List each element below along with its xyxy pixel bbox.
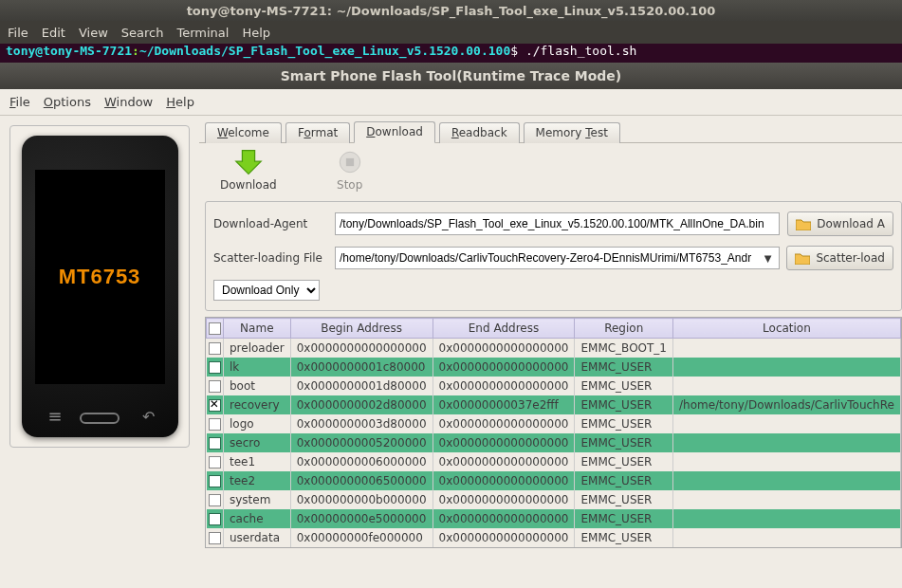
terminal-command: ./flash_tool.sh	[525, 44, 636, 58]
cell-name: recovery	[224, 395, 291, 414]
cell-region: EMMC_USER	[575, 358, 673, 377]
terminal-menu-search[interactable]: Search	[121, 26, 164, 40]
table-row[interactable]: system0x000000000b0000000x00000000000000…	[207, 490, 901, 509]
phone-preview-panel: BM MT6753 ≡ ↶	[0, 116, 199, 588]
menu-options[interactable]: Options	[44, 95, 91, 109]
row-checkbox[interactable]	[209, 399, 221, 412]
scatter-browse-button[interactable]: Scatter-load	[786, 246, 893, 270]
cell-begin: 0x0000000005200000	[290, 433, 433, 452]
cell-name: lk	[224, 358, 291, 377]
table-row[interactable]: tee10x00000000060000000x0000000000000000…	[207, 452, 901, 471]
menu-key-icon: ≡	[48, 406, 63, 426]
cell-region: EMMC_BOOT_1	[575, 339, 673, 358]
tab-memory-test[interactable]: Memory Test	[524, 122, 620, 143]
cell-location	[673, 414, 901, 433]
terminal-menu-edit[interactable]: Edit	[42, 26, 65, 40]
row-checkbox[interactable]	[209, 456, 221, 469]
terminal-menu-terminal[interactable]: Terminal	[176, 26, 229, 40]
tab-readback[interactable]: Readback	[439, 122, 520, 143]
download-button-label: Download	[220, 178, 277, 192]
stop-icon	[334, 149, 366, 175]
cell-name: logo	[224, 414, 291, 433]
col-region[interactable]: Region	[575, 319, 673, 339]
cell-end: 0x0000000000000000	[433, 339, 575, 358]
table-row[interactable]: preloader0x00000000000000000x00000000000…	[207, 339, 901, 358]
menu-help[interactable]: Help	[166, 95, 194, 109]
terminal-path: ~/Downloads/SP_Flash_Tool_exe_Linux_v5.1…	[139, 44, 510, 58]
terminal-body[interactable]: tony@tony-MS-7721:~/Downloads/SP_Flash_T…	[0, 44, 902, 63]
terminal-menu-file[interactable]: File	[8, 26, 28, 40]
terminal-dollar: $	[510, 44, 525, 58]
download-agent-browse-button[interactable]: Download A	[787, 211, 893, 236]
cell-location	[673, 452, 901, 471]
table-row[interactable]: userdata0x00000000fe0000000x000000000000…	[207, 528, 901, 547]
table-row[interactable]: boot0x0000000001d800000x0000000000000000…	[207, 377, 901, 395]
row-checkbox[interactable]	[209, 532, 221, 544]
download-agent-input[interactable]	[335, 212, 780, 235]
row-checkbox[interactable]	[209, 513, 221, 525]
terminal-colon: :	[132, 44, 139, 58]
table-row[interactable]: secro0x00000000052000000x000000000000000…	[207, 433, 901, 452]
back-key-icon: ↶	[142, 408, 155, 426]
table-row[interactable]: logo0x0000000003d800000x0000000000000000…	[207, 414, 901, 433]
col-check[interactable]	[207, 319, 224, 339]
col-end[interactable]: End Address	[433, 319, 575, 339]
terminal-menu-view[interactable]: View	[79, 26, 108, 40]
cell-name: tee2	[224, 471, 291, 490]
scatter-dropdown-arrow-icon[interactable]: ▼	[764, 253, 772, 264]
svg-rect-1	[346, 158, 354, 166]
cell-region: EMMC_USER	[575, 490, 673, 509]
table-row[interactable]: lk0x0000000001c800000x0000000000000000EM…	[207, 358, 901, 377]
cell-begin: 0x0000000003d80000	[290, 414, 433, 433]
download-button[interactable]: Download	[220, 149, 277, 192]
download-agent-label: Download-Agent	[213, 217, 327, 230]
col-begin[interactable]: Begin Address	[290, 319, 433, 339]
cell-begin: 0x0000000001d80000	[290, 377, 433, 395]
cell-location	[673, 528, 901, 547]
row-checkbox[interactable]	[209, 494, 221, 506]
cell-region: EMMC_USER	[575, 452, 673, 471]
tab-format[interactable]: Format	[285, 122, 350, 143]
table-row[interactable]: recovery0x0000000002d800000x00000000037e…	[207, 395, 901, 414]
download-mode-select[interactable]: Download Only	[213, 280, 320, 301]
row-checkbox[interactable]	[209, 361, 221, 374]
col-name[interactable]: Name	[224, 319, 291, 339]
cell-region: EMMC_USER	[575, 395, 673, 414]
folder-icon	[796, 218, 811, 230]
stop-button-label: Stop	[337, 178, 362, 192]
cell-end: 0x0000000000000000	[433, 358, 575, 377]
menu-file[interactable]: File	[9, 95, 30, 109]
menu-window[interactable]: Window	[104, 95, 153, 109]
download-arrow-icon	[232, 149, 265, 175]
cell-name: boot	[224, 377, 291, 395]
cell-region: EMMC_USER	[575, 528, 673, 547]
cell-end: 0x00000000037e2fff	[433, 395, 575, 414]
row-checkbox[interactable]	[209, 418, 221, 431]
download-agent-browse-label: Download A	[817, 217, 885, 230]
cell-end: 0x0000000000000000	[433, 509, 575, 528]
row-checkbox[interactable]	[209, 437, 221, 450]
stop-button[interactable]: Stop	[334, 149, 366, 192]
cell-region: EMMC_USER	[575, 509, 673, 528]
cell-begin: 0x0000000006000000	[290, 452, 433, 471]
table-row[interactable]: tee20x00000000065000000x0000000000000000…	[207, 471, 901, 490]
cell-begin: 0x0000000000000000	[290, 339, 433, 358]
row-checkbox[interactable]	[209, 342, 221, 355]
cell-end: 0x0000000000000000	[433, 452, 575, 471]
cell-name: preloader	[224, 339, 291, 358]
row-checkbox[interactable]	[209, 380, 221, 393]
tab-welcome[interactable]: Welcome	[205, 122, 282, 143]
scatter-input[interactable]	[335, 247, 780, 269]
tab-download[interactable]: Download	[354, 121, 435, 143]
col-location[interactable]: Location	[673, 319, 901, 339]
folder-icon	[795, 252, 810, 265]
table-row[interactable]: cache0x00000000e50000000x000000000000000…	[207, 509, 901, 528]
cell-name: userdata	[224, 528, 291, 547]
terminal-menu-help[interactable]: Help	[242, 26, 270, 40]
row-checkbox[interactable]	[209, 475, 221, 487]
cell-begin: 0x000000000b000000	[290, 490, 433, 509]
cell-location	[673, 471, 901, 490]
scatter-label: Scatter-loading File	[213, 251, 327, 265]
cell-begin: 0x0000000002d80000	[290, 395, 433, 414]
cell-begin: 0x00000000fe000000	[290, 528, 433, 547]
